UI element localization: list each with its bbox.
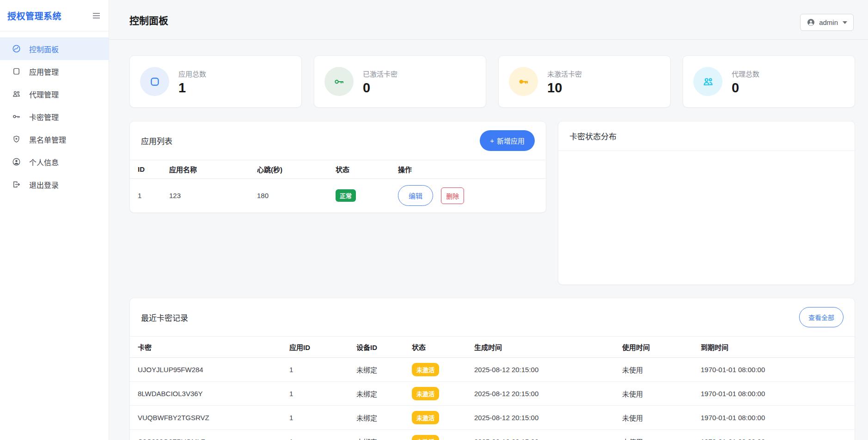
app-list-title: 应用列表 — [141, 135, 172, 146]
app-list-header: 应用列表 + 新增应用 — [130, 121, 546, 160]
app-table-row: 1 123 180 正常 编辑 删除 — [130, 179, 546, 213]
table-row: C3C393O6FPVQMLZ1未绑定未激活2025-08-12 20:15:0… — [130, 430, 855, 440]
col-id: ID — [130, 160, 169, 179]
created-time-cell: 2025-08-12 20:15:00 — [474, 382, 622, 406]
sidebar-item-apps[interactable]: 应用管理 — [0, 60, 109, 83]
plus-icon: + — [490, 137, 494, 145]
sidebar-item-label: 应用管理 — [29, 66, 59, 77]
app-id-cell: 1 — [289, 406, 356, 430]
profile-icon — [12, 157, 21, 167]
app-table-header-row: ID 应用名称 心跳(秒) 状态 操作 — [130, 160, 546, 179]
sidebar-item-label: 黑名单管理 — [29, 134, 66, 145]
table-row: UJOYJLUP95FW2841未绑定未激活2025-08-12 20:15:0… — [130, 358, 855, 382]
add-app-label: 新增应用 — [497, 136, 525, 145]
col-actions: 操作 — [398, 160, 546, 179]
sidebar-item-label: 退出登录 — [29, 179, 59, 190]
app-name-cell: 123 — [169, 179, 257, 213]
stat-card-apps: 应用总数 1 — [129, 55, 302, 108]
used-time-cell: 未使用 — [622, 382, 701, 406]
key-status-chart-area — [558, 151, 855, 290]
content: 应用总数 1 已激活卡密 0 — [109, 40, 868, 440]
stat-label: 已激活卡密 — [363, 69, 397, 78]
expire-time-cell: 1970-01-01 08:00:00 — [701, 382, 855, 406]
logout-icon — [12, 180, 21, 189]
sidebar-item-agents[interactable]: 代理管理 — [0, 83, 109, 105]
delete-button[interactable]: 删除 — [441, 187, 464, 204]
stat-label: 应用总数 — [178, 69, 206, 78]
created-time-cell: 2025-08-12 20:15:00 — [474, 358, 622, 382]
app-list-panel: 应用列表 + 新增应用 ID 应用名称 心跳(秒) 状态 操作 — [129, 121, 546, 213]
sidebar-item-label: 卡密管理 — [29, 111, 59, 122]
stat-card-inactive-keys: 未激活卡密 10 — [498, 55, 671, 108]
app-id-cell: 1 — [130, 179, 169, 213]
app-actions-cell: 编辑 删除 — [398, 179, 546, 213]
sidebar-item-logout[interactable]: 退出登录 — [0, 173, 109, 196]
user-menu-button[interactable]: admin — [800, 14, 854, 31]
card-key-cell: UJOYJLUP95FW284 — [130, 358, 289, 382]
key-status-panel: 卡密状态分布 — [558, 121, 855, 285]
sidebar-item-dashboard[interactable]: 控制面板 — [0, 37, 109, 60]
page-header: 控制面板 admin — [109, 0, 868, 40]
device-id-cell: 未绑定 — [356, 382, 412, 406]
table-row: VUQBWFBY2TGSRVZ1未绑定未激活2025-08-12 20:15:0… — [130, 406, 855, 430]
card-key-cell: C3C393O6FPVQMLZ — [130, 430, 289, 440]
recent-keys-title: 最近卡密记录 — [141, 312, 188, 323]
view-all-button[interactable]: 查看全部 — [799, 307, 844, 327]
key-status-header: 卡密状态分布 — [558, 121, 855, 151]
col-card-key: 卡密 — [130, 337, 289, 358]
app-heartbeat-cell: 180 — [257, 179, 336, 213]
add-app-button[interactable]: + 新增应用 — [480, 130, 535, 151]
agents-total-icon — [693, 67, 722, 96]
status-badge: 正常 — [336, 189, 356, 202]
app-total-icon — [140, 67, 169, 96]
key-inactive-icon — [509, 67, 538, 96]
blacklist-shield-icon — [12, 134, 21, 144]
status-cell: 未激活 — [412, 430, 474, 440]
main-area: 控制面板 admin 应用总数 1 — [109, 0, 868, 440]
user-name: admin — [819, 18, 838, 26]
stat-card-activated-keys: 已激活卡密 0 — [314, 55, 486, 108]
expire-time-cell: 1970-01-01 08:00:00 — [701, 358, 855, 382]
sidebar: 授权管理系统 控制面板 应用管理 — [0, 0, 109, 440]
table-row: 8LWDABCIOL3V36Y1未绑定未激活2025-08-12 20:15:0… — [130, 382, 855, 406]
chevron-down-icon — [843, 21, 847, 24]
stats-row: 应用总数 1 已激活卡密 0 — [129, 55, 855, 108]
recent-keys-table: 卡密 应用ID 设备ID 状态 生成时间 使用时间 到期时间 UJOYJLUP9… — [130, 337, 855, 440]
used-time-cell: 未使用 — [622, 406, 701, 430]
app-table: ID 应用名称 心跳(秒) 状态 操作 1 123 180 — [130, 160, 546, 212]
app-icon — [12, 66, 21, 76]
app-id-cell: 1 — [289, 382, 356, 406]
status-badge: 未激活 — [412, 363, 439, 376]
stat-value: 1 — [178, 81, 206, 95]
used-time-cell: 未使用 — [622, 430, 701, 440]
col-app-id: 应用ID — [289, 337, 356, 358]
sidebar-item-label: 控制面板 — [29, 43, 59, 54]
edit-button[interactable]: 编辑 — [398, 185, 433, 206]
used-time-cell: 未使用 — [622, 358, 701, 382]
status-cell: 未激活 — [412, 358, 474, 382]
collapse-menu-icon[interactable] — [91, 11, 101, 21]
status-cell: 未激活 — [412, 382, 474, 406]
expire-time-cell: 1970-01-01 08:00:00 — [701, 430, 855, 440]
stat-value: 0 — [732, 81, 759, 95]
sidebar-item-label: 个人信息 — [29, 157, 59, 168]
app-logo-title: 授权管理系统 — [7, 9, 61, 22]
col-device-id: 设备ID — [356, 337, 412, 358]
created-time-cell: 2025-08-12 20:15:00 — [474, 430, 622, 440]
stat-label: 未激活卡密 — [547, 69, 582, 78]
page-title: 控制面板 — [129, 13, 168, 27]
recent-keys-panel: 最近卡密记录 查看全部 卡密 应用ID 设备ID 状态 生成时间 使用时间 — [129, 298, 855, 440]
key-activated-icon — [324, 67, 354, 96]
app-id-cell: 1 — [289, 430, 356, 440]
device-id-cell: 未绑定 — [356, 430, 412, 440]
sidebar-item-profile[interactable]: 个人信息 — [0, 151, 109, 173]
sidebar-item-cardkeys[interactable]: 卡密管理 — [0, 105, 109, 128]
agents-icon — [12, 89, 21, 99]
sidebar-item-blacklist[interactable]: 黑名单管理 — [0, 128, 109, 151]
user-avatar-icon — [807, 18, 815, 27]
status-cell: 未激活 — [412, 406, 474, 430]
card-key-cell: 8LWDABCIOL3V36Y — [130, 382, 289, 406]
col-created-time: 生成时间 — [474, 337, 622, 358]
col-expire-time: 到期时间 — [701, 337, 855, 358]
status-badge: 未激活 — [412, 411, 439, 424]
